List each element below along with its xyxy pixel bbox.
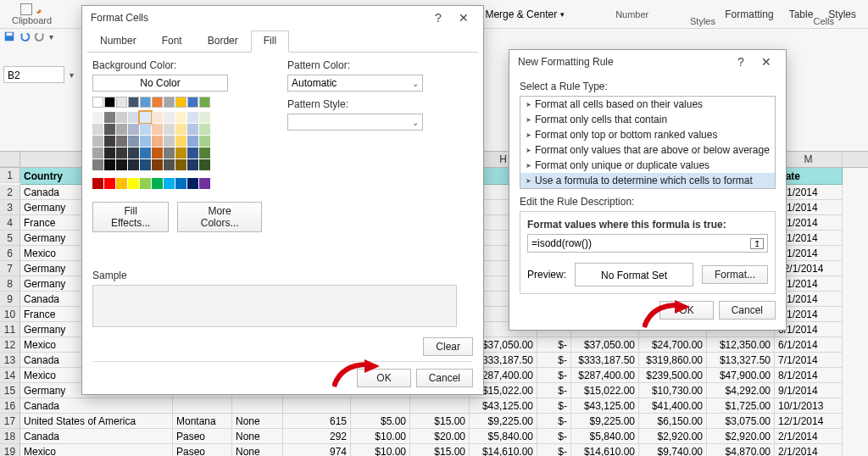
color-swatch[interactable] [116,136,127,147]
cell[interactable]: $12,350.00 [707,337,775,353]
cell[interactable]: $319,860.00 [639,353,707,368]
more-colors-button[interactable]: More Colors... [177,202,262,232]
cell[interactable]: $43,125.00 [470,398,537,414]
cell[interactable]: Paseo [173,429,232,444]
cell[interactable]: $- [537,368,571,383]
undo-icon[interactable] [19,31,31,42]
row-header[interactable]: 10 [0,307,20,322]
cell[interactable]: Mexico [20,444,173,456]
color-swatch[interactable] [175,112,186,123]
color-swatch[interactable] [152,97,163,108]
color-swatch[interactable] [175,136,186,147]
cell[interactable]: $9,225.00 [571,414,639,429]
cell[interactable]: $43,125.00 [571,398,639,414]
cell[interactable]: $41,400.00 [639,398,707,414]
cell[interactable]: 8/1/2014 [775,368,843,383]
help-icon[interactable]: ? [427,11,449,25]
tab-number[interactable]: Number [87,31,149,53]
color-swatch[interactable] [140,147,151,158]
color-swatch[interactable] [199,147,210,158]
cell[interactable]: $5.00 [351,414,410,429]
color-swatch[interactable] [152,112,163,123]
color-swatch[interactable] [116,97,127,108]
color-swatch[interactable] [92,136,103,147]
row-header[interactable]: 17 [0,414,20,429]
range-picker-icon[interactable]: ↥ [750,238,764,249]
tab-fill[interactable]: Fill [251,31,289,53]
color-swatch[interactable] [140,178,151,189]
cell[interactable]: None [232,429,283,444]
fill-effects-button[interactable]: Fill Effects... [92,202,169,232]
cell[interactable]: $5,840.00 [470,429,537,444]
color-swatch[interactable] [187,112,198,123]
cell[interactable]: $6,150.00 [639,414,707,429]
cell[interactable]: $13,327.50 [707,353,775,368]
cell[interactable]: 2/1/2014 [775,444,843,456]
color-swatch[interactable] [140,97,151,108]
cell[interactable]: $333,187.50 [571,353,639,368]
color-swatch[interactable] [164,112,175,123]
cell[interactable]: $37,050.00 [571,337,639,353]
cell[interactable]: $14,610.00 [571,444,639,456]
cell[interactable]: 2/1/2014 [775,429,843,444]
cell[interactable]: $2,920.00 [707,429,775,444]
color-swatch[interactable] [175,147,186,158]
color-swatch[interactable] [187,136,198,147]
cell[interactable]: $9,740.00 [639,444,707,456]
color-swatch[interactable] [152,147,163,158]
color-swatch[interactable] [140,112,151,123]
cancel-button[interactable]: Cancel [416,369,473,387]
clear-button[interactable]: Clear [423,337,473,356]
color-swatch[interactable] [175,178,186,189]
no-color-button[interactable]: No Color [92,75,228,92]
row-header[interactable]: 16 [0,398,20,414]
color-swatch[interactable] [140,136,151,147]
color-swatch[interactable] [187,178,198,189]
color-swatch[interactable] [92,124,103,135]
row-header[interactable]: 19 [0,444,20,456]
color-swatch[interactable] [152,136,163,147]
row-header[interactable]: 13 [0,353,20,368]
pattern-style-select[interactable]: ⌄ [287,114,423,131]
conditional-formatting-button[interactable]: Formatting [725,8,773,20]
cell[interactable]: $4,870.00 [707,444,775,456]
color-swatch[interactable] [116,178,127,189]
row-header[interactable]: 8 [0,276,20,292]
cell[interactable]: $3,075.00 [707,414,775,429]
merge-center-button[interactable]: Merge & Center▾ [485,8,565,20]
cell[interactable] [232,398,283,414]
cell[interactable]: Canada [20,429,173,444]
cell[interactable]: $- [537,444,571,456]
color-swatch[interactable] [116,159,127,170]
color-swatch[interactable] [92,159,103,170]
cell[interactable]: $10.00 [351,444,410,456]
tab-border[interactable]: Border [195,31,251,53]
cell[interactable]: $- [537,414,571,429]
color-swatch[interactable] [92,112,103,123]
color-swatch[interactable] [164,97,175,108]
color-swatch[interactable] [140,159,151,170]
color-swatch[interactable] [164,147,175,158]
color-swatch[interactable] [128,124,139,135]
color-swatch[interactable] [116,124,127,135]
color-swatch[interactable] [164,178,175,189]
color-swatch[interactable] [164,159,175,170]
cell[interactable]: $2,920.00 [639,429,707,444]
format-table-button[interactable]: Table [789,8,814,20]
cancel-button[interactable]: Cancel [719,301,776,320]
pattern-color-select[interactable]: Automatic⌄ [287,75,423,92]
cell[interactable]: $- [537,398,571,414]
cell[interactable]: $47,900.00 [707,368,775,383]
color-swatch[interactable] [199,124,210,135]
row-header[interactable]: 3 [0,200,20,215]
color-swatch[interactable] [152,124,163,135]
row-header[interactable]: 6 [0,246,20,261]
cell[interactable] [283,398,351,414]
tab-font[interactable]: Font [149,31,195,53]
cell[interactable]: Montana [173,414,232,429]
row-header[interactable]: 4 [0,215,20,231]
row-header[interactable]: 1 [0,168,20,183]
color-swatch[interactable] [116,147,127,158]
cell[interactable]: $287,400.00 [571,368,639,383]
cell[interactable]: $- [537,353,571,368]
